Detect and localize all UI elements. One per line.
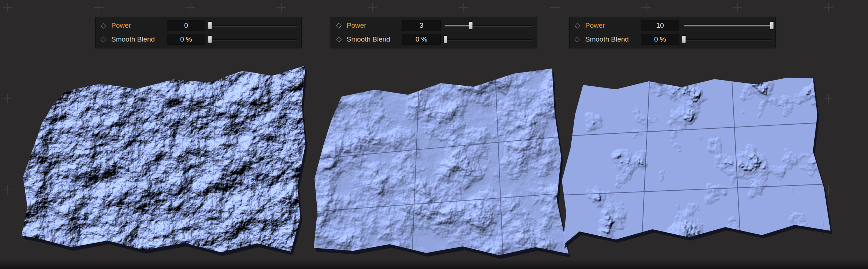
slider-thumb[interactable]: [443, 35, 447, 43]
parameter-panel-power-0: Power 0 Smooth Blend 0 %: [95, 17, 302, 48]
param-label-power: Power: [585, 22, 641, 30]
param-row-smooth-blend: Smooth Blend 0 %: [334, 33, 533, 46]
terrain-mesh: [22, 66, 305, 252]
smooth-blend-value-field[interactable]: 0 %: [641, 34, 679, 45]
channel-diamond-icon[interactable]: [336, 23, 342, 28]
terrain-viewport-power-3[interactable]: [309, 66, 578, 264]
channel-diamond-icon[interactable]: [575, 23, 580, 28]
param-row-power: Power 0: [99, 19, 298, 32]
slider-track[interactable]: [210, 39, 297, 40]
slider-thumb[interactable]: [208, 22, 212, 30]
terrain-mesh: [314, 69, 568, 255]
terrain-mesh: [562, 78, 830, 245]
power-value: 3: [420, 22, 424, 30]
slider-track[interactable]: [210, 25, 297, 27]
terrain-viewport-power-0[interactable]: [16, 61, 317, 262]
param-label-smooth-blend: Smooth Blend: [111, 35, 167, 43]
slider-track[interactable]: [445, 39, 532, 40]
terrain-viewport-power-10[interactable]: [558, 75, 835, 255]
smooth-blend-value: 0 %: [180, 35, 192, 43]
slider-thumb[interactable]: [208, 35, 212, 43]
power-value-field[interactable]: 0: [167, 20, 205, 31]
smooth-blend-slider[interactable]: [445, 34, 533, 45]
channel-diamond-icon[interactable]: [336, 36, 342, 42]
slider-track[interactable]: [684, 39, 771, 40]
slider-fill: [445, 25, 471, 26]
power-value-field[interactable]: 3: [402, 20, 441, 31]
slider-fill: [684, 25, 772, 26]
power-value: 0: [184, 22, 188, 30]
slider-thumb[interactable]: [770, 22, 774, 30]
power-slider[interactable]: [445, 20, 533, 31]
param-row-power: Power 3: [334, 19, 533, 32]
power-slider[interactable]: [684, 20, 772, 31]
param-label-power: Power: [111, 22, 167, 30]
channel-diamond-icon[interactable]: [101, 36, 107, 42]
channel-diamond-icon[interactable]: [101, 23, 107, 28]
smooth-blend-slider[interactable]: [684, 34, 772, 45]
smooth-blend-value: 0 %: [654, 35, 666, 43]
param-row-smooth-blend: Smooth Blend 0 %: [572, 33, 772, 46]
smooth-blend-slider[interactable]: [210, 34, 298, 45]
param-row-smooth-blend: Smooth Blend 0 %: [99, 33, 298, 46]
power-value-field[interactable]: 10: [641, 20, 679, 31]
smooth-blend-value-field[interactable]: 0 %: [167, 34, 205, 45]
parameter-panel-power-10: Power 10 Smooth Blend 0 %: [569, 17, 776, 48]
param-label-smooth-blend: Smooth Blend: [585, 35, 641, 43]
viewport-3d: Power 0 Smooth Blend 0 %: [0, 0, 868, 269]
channel-diamond-icon[interactable]: [575, 36, 580, 42]
parameter-panel-power-3: Power 3 Smooth Blend 0 %: [331, 17, 537, 48]
viewport-bottom-shade: [0, 260, 868, 269]
smooth-blend-value-field[interactable]: 0 %: [402, 34, 441, 45]
param-row-power: Power 10: [572, 19, 772, 32]
slider-thumb[interactable]: [682, 35, 686, 43]
param-label-power: Power: [347, 22, 402, 30]
power-slider[interactable]: [210, 20, 298, 31]
smooth-blend-value: 0 %: [416, 35, 428, 43]
param-label-smooth-blend: Smooth Blend: [347, 35, 402, 43]
slider-thumb[interactable]: [469, 22, 473, 30]
power-value: 10: [656, 22, 664, 30]
